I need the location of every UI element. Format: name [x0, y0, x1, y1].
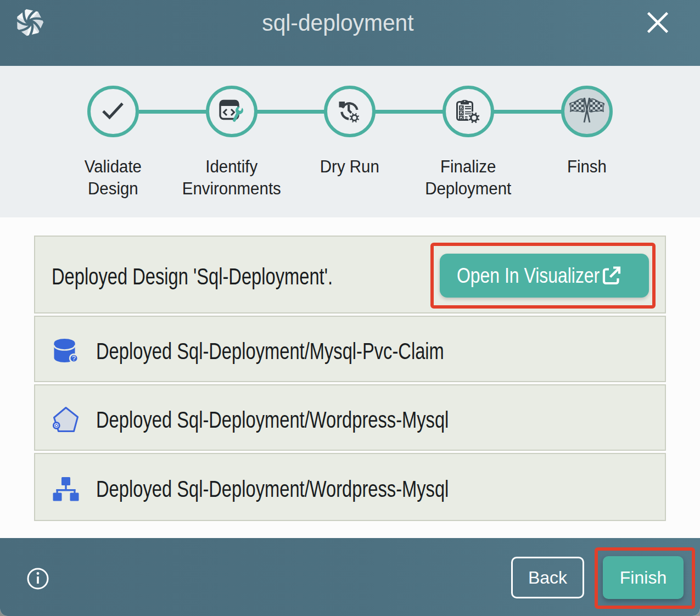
svg-text:?: ?: [72, 355, 76, 362]
